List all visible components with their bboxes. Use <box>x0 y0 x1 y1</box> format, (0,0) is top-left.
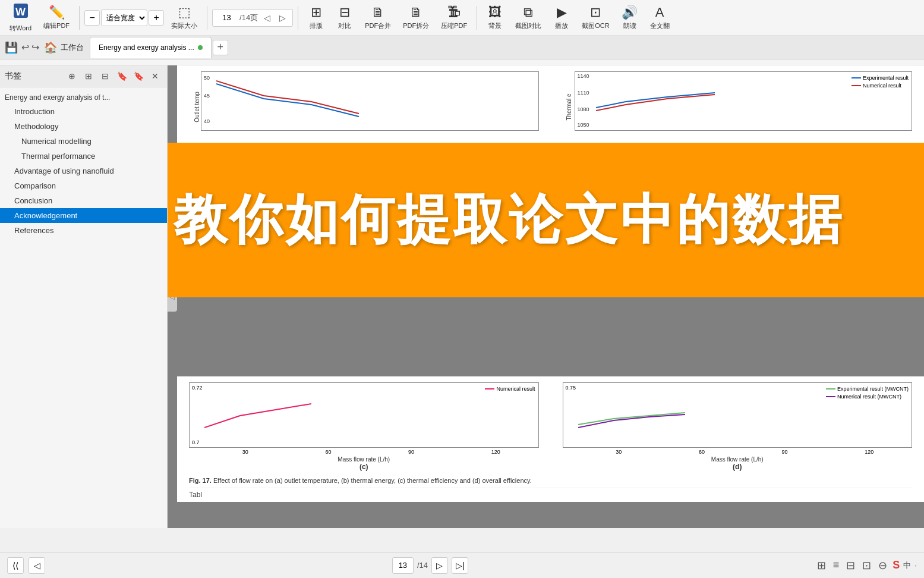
zoom-select[interactable]: 适合宽度 100% 150% 200% <box>101 10 147 26</box>
pdf-split-view-button[interactable]: ⊟ 对比 <box>332 3 358 33</box>
chart-yval-075: 0.75 <box>566 385 576 391</box>
screenshot-compare-button[interactable]: ⧉ 截图对比 <box>510 3 546 33</box>
status-last-page-button[interactable]: ▷| <box>452 557 468 574</box>
zoom-control[interactable]: − 适合宽度 100% 150% 200% + <box>84 7 164 29</box>
status-lang-dot: · <box>914 561 917 570</box>
chart-yval-1110: 1110 <box>578 90 589 96</box>
play-icon: ▶ <box>557 5 567 20</box>
chart-top-left-border: 50 45 40 <box>201 71 539 131</box>
content-area: ◁ Outlet temp 50 45 40 The <box>168 65 924 528</box>
separator2 <box>207 6 207 30</box>
status-bar: ⟨⟨ ◁ /14 ▷ ▷| ⊞ ≡ ⊟ ⊡ ⊖ S 中 · <box>0 552 924 578</box>
status-columns-icon[interactable]: ⊟ <box>846 559 855 572</box>
chart-legend-top-right: Experimental result Numerical result <box>852 75 909 89</box>
zoom-out-button[interactable]: − <box>84 10 100 26</box>
sidebar-expand-button[interactable]: ⊞ <box>81 69 96 83</box>
orange-banner: 教你如何提取论文中的数据 <box>168 143 924 297</box>
pdf-split-view-icon: ⊟ <box>339 5 350 20</box>
sidebar-item-methodology[interactable]: Methodology <box>0 119 167 134</box>
zoom-in-button[interactable]: + <box>149 10 164 26</box>
pdf-layout-button[interactable]: ⊞ 排版 <box>303 3 329 33</box>
home-button[interactable]: 🏠 <box>44 41 57 54</box>
sidebar-item-conclusion[interactable]: Conclusion <box>0 193 167 208</box>
chart-top-left-svg <box>216 72 538 130</box>
tab-modified-indicator <box>198 45 203 50</box>
sidebar-collapse-button[interactable]: ⊟ <box>98 69 112 83</box>
compress-pdf-icon: 🗜 <box>447 5 461 20</box>
sidebar-title: 书签 <box>5 71 21 81</box>
fig-caption-text: Effect of flow rate on (a) outlet temper… <box>213 477 532 484</box>
status-page-input[interactable] <box>392 557 414 574</box>
document-tab[interactable]: Energy and exergy analysis ... <box>90 37 212 58</box>
page-prev-button[interactable]: ◁ <box>260 11 273 24</box>
workspace-label[interactable]: 工作台 <box>61 42 84 53</box>
status-first-page-button[interactable]: ⟨⟨ <box>7 557 24 574</box>
play-button[interactable]: ▶ 播放 <box>548 3 575 33</box>
sidebar-bookmark2-button[interactable]: 🔖 <box>131 69 146 83</box>
edit-pdf-label: 编辑PDF <box>43 21 70 30</box>
edit-pdf-button[interactable]: ✏️ 编辑PDF <box>39 3 74 33</box>
status-right: ⊞ ≡ ⊟ ⊡ ⊖ S 中 · <box>815 559 917 572</box>
chart-bottom-left-svg <box>204 386 535 444</box>
sidebar-item-references[interactable]: References <box>0 223 167 238</box>
pdf-merge-label: PDF合并 <box>365 21 391 30</box>
redo-button[interactable]: ↪ <box>31 42 39 53</box>
legend-exp-label: Experimental result <box>863 75 909 81</box>
sidebar-item-numerical-modelling[interactable]: Numerical modelling <box>0 134 167 149</box>
chart-top-right-border: 1140 1110 1080 1050 Experimental result <box>575 71 913 131</box>
sidebar-bookmark1-button[interactable]: 🔖 <box>115 69 129 83</box>
sidebar-item-thermal-performance[interactable]: Thermal performance <box>0 149 167 164</box>
pdf-merge-icon: 🗎 <box>371 5 384 20</box>
page-input[interactable] <box>216 13 237 22</box>
read-aloud-button[interactable]: 🔊 朗读 <box>617 3 643 33</box>
pdf-split-button[interactable]: 🗎 PDF拆分 <box>398 3 434 33</box>
screenshot-ocr-label: 截图OCR <box>582 21 609 30</box>
pdf-layout-icon: ⊞ <box>311 5 321 20</box>
status-layout-icon[interactable]: ⊞ <box>817 559 826 572</box>
status-zoom-out-icon[interactable]: ⊖ <box>878 559 887 572</box>
main-area: 书签 ⊕ ⊞ ⊟ 🔖 🔖 ✕ Energy and exergy analysi… <box>0 65 924 528</box>
background-button[interactable]: 🖼 背景 <box>482 3 508 33</box>
chart-yval-072: 0.72 <box>192 385 203 391</box>
sidebar-item-acknowledgement[interactable]: Acknowledgement <box>0 208 167 223</box>
sidebar-item-introduction[interactable]: Introduction <box>0 104 167 119</box>
top-charts-area: Outlet temp 50 45 40 Thermal e 1140 <box>177 65 924 149</box>
screenshot-ocr-button[interactable]: ⊡ 截图OCR <box>577 3 614 33</box>
full-ocr-label: 全文翻 <box>650 21 670 30</box>
read-aloud-icon: 🔊 <box>622 5 638 20</box>
chart-bottom-left-border: 0.72 0.7 Numerical result <box>189 382 539 448</box>
bookmark-root-item[interactable]: Energy and exergy analysis of t... <box>0 91 167 104</box>
status-next-page-button[interactable]: ▷ <box>431 557 448 574</box>
chart-ylabel-right: Thermal e <box>566 93 572 120</box>
page-nav: /14页 ◁ ▷ <box>212 9 293 27</box>
word-icon: W <box>12 2 29 23</box>
status-center: /14 ▷ ▷| <box>392 557 468 574</box>
full-ocr-button[interactable]: A 全文翻 <box>645 3 674 33</box>
svg-text:W: W <box>15 6 26 18</box>
status-list-icon[interactable]: ≡ <box>833 559 840 571</box>
sidebar-add-button[interactable]: ⊕ <box>65 69 79 83</box>
chart-xvals-bottom-right: 306090120 <box>563 449 913 455</box>
compress-pdf-button[interactable]: 🗜 压缩PDF <box>436 3 472 33</box>
convert-word-button[interactable]: W 转Word <box>5 3 36 33</box>
convert-word-label: 转Word <box>10 24 31 33</box>
read-aloud-label: 朗读 <box>623 21 636 30</box>
chart-top-left: Outlet temp 50 45 40 <box>177 65 551 148</box>
add-tab-button[interactable]: + <box>213 40 228 55</box>
pdf-merge-button[interactable]: 🗎 PDF合并 <box>360 3 396 33</box>
status-prev-page-button[interactable]: ◁ <box>29 557 45 574</box>
chart-yval-50: 50 <box>204 75 210 81</box>
status-fit-icon[interactable]: ⊡ <box>862 559 871 572</box>
sidebar-item-comparison[interactable]: Comparison <box>0 178 167 193</box>
compress-pdf-label: 压缩PDF <box>441 21 467 30</box>
status-lang-cn[interactable]: 中 <box>903 560 911 571</box>
charts-row-bottom: 0.72 0.7 Numerical result 306090120 <box>189 382 912 475</box>
page-total: /14页 <box>239 12 258 23</box>
undo-button[interactable]: ↩ <box>21 42 29 53</box>
page-next-button[interactable]: ▷ <box>276 11 289 24</box>
sidebar-item-nanofluid[interactable]: Advantage of using nanofluid <box>0 164 167 178</box>
screenshot-ocr-icon: ⊡ <box>590 5 601 20</box>
save-button[interactable]: 💾 <box>5 41 18 54</box>
sidebar-close-button[interactable]: ✕ <box>148 69 162 83</box>
actual-size-button[interactable]: ⬚ 实际大小 <box>166 3 202 33</box>
